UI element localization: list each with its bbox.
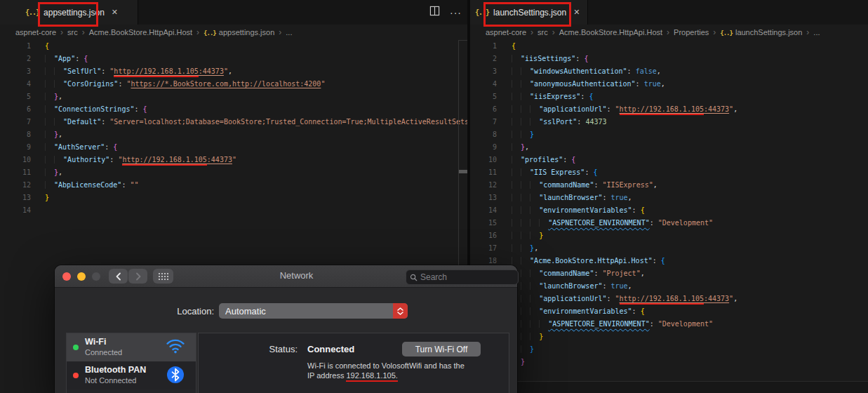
back-button[interactable] — [109, 269, 128, 284]
code-line[interactable]: 10 "profiles": { — [470, 154, 868, 166]
code-line[interactable]: 2 "iisSettings": { — [470, 53, 868, 65]
code-line[interactable]: 25 } — [470, 343, 868, 356]
code-line[interactable]: 3 "windowsAuthentication": false, — [470, 65, 868, 78]
line-number: 14 — [470, 204, 497, 217]
status-dot-red — [73, 373, 79, 378]
code-line[interactable]: 12 "AbpLicenseCode": "" — [0, 179, 467, 192]
breadcrumb-item[interactable]: ... — [286, 28, 292, 36]
forward-button[interactable] — [128, 269, 147, 284]
line-number: 1 — [0, 40, 31, 53]
code-line[interactable]: 14 "environmentVariables": { — [470, 204, 868, 217]
code-line[interactable]: 17 }, — [470, 242, 868, 255]
breadcrumb-item[interactable]: src — [538, 28, 548, 36]
line-number: 1 — [470, 40, 497, 53]
location-dropdown[interactable]: Automatic — [219, 303, 408, 319]
code-line[interactable]: 8 } — [470, 128, 868, 141]
code-text: "IIS Express": { — [512, 166, 597, 179]
code-text: }, — [45, 128, 62, 141]
close-icon[interactable]: ✕ — [112, 8, 118, 17]
code-line[interactable]: 11 }, — [0, 166, 467, 179]
code-line[interactable]: 2 "App": { — [0, 53, 467, 65]
close-traffic-light[interactable] — [62, 272, 71, 281]
code-line[interactable]: 16 } — [470, 229, 868, 242]
code-line[interactable]: 18 "Acme.BookStore.HttpApi.Host": { — [470, 255, 868, 267]
search-input[interactable]: Search — [406, 269, 519, 285]
service-name: Bluetooth PAN — [85, 365, 146, 375]
breadcrumb-item[interactable]: src — [67, 28, 78, 36]
code-line[interactable]: 13 "launchBrowser": true, — [470, 192, 868, 204]
code-line[interactable]: 15 "ASPNETCORE_ENVIRONMENT": "Developmen… — [470, 217, 868, 229]
code-line[interactable]: 26 } — [470, 356, 868, 368]
search-placeholder: Search — [420, 272, 447, 282]
code-line[interactable]: 1{ — [0, 40, 467, 53]
line-number: 12 — [0, 179, 31, 192]
breadcrumb-item[interactable]: ... — [813, 28, 820, 36]
search-icon — [410, 274, 418, 281]
line-number: 8 — [470, 128, 497, 141]
code-line[interactable]: 9 }, — [470, 141, 868, 154]
code-line[interactable]: 4 "CorsOrigins": "https://*.BookStore.co… — [0, 78, 467, 91]
code-line[interactable]: 23 "ASPNETCORE_ENVIRONMENT": "Developmen… — [470, 318, 868, 331]
line-number: 14 — [0, 204, 31, 217]
code-text: }, — [45, 166, 62, 179]
code-line[interactable]: 4 "anonymousAuthentication": true, — [470, 78, 868, 91]
line-number: 4 — [0, 78, 31, 91]
breadcrumb-item[interactable]: aspnet-core — [486, 28, 526, 36]
breadcrumb-item[interactable]: {..}launchSettings.json — [720, 28, 802, 36]
zoom-traffic-light[interactable] — [92, 272, 100, 281]
breadcrumb-item[interactable]: Acme.BookStore.HttpApi.Host — [559, 28, 662, 36]
turn-wifi-off-button[interactable]: Turn Wi-Fi Off — [402, 342, 481, 357]
service-row-wifi[interactable]: Wi-Fi Connected — [67, 333, 196, 361]
code-line[interactable]: 13} — [0, 192, 467, 204]
code-line[interactable]: 7 "sslPort": 44373 — [470, 116, 868, 128]
code-line[interactable]: 24 } — [470, 331, 868, 343]
code-line[interactable]: 22 "environmentVariables": { — [470, 305, 868, 318]
more-actions-icon[interactable]: ··· — [450, 7, 462, 18]
code-line[interactable]: 12 "commandName": "IISExpress", — [470, 179, 868, 192]
code-line[interactable]: 8 }, — [0, 128, 467, 141]
breadcrumb-item[interactable]: aspnet-core — [15, 28, 56, 36]
code-line[interactable]: 7 "Default": "Server=localhost;Database=… — [0, 116, 467, 128]
code-text: "commandName": "IISExpress", — [512, 179, 657, 192]
code-line[interactable]: 6 "applicationUrl": "http://192.168.1.10… — [470, 103, 868, 116]
code-text: "ConnectionStrings": { — [45, 103, 147, 116]
close-icon[interactable]: ✕ — [573, 8, 580, 17]
code-text: "AuthServer": { — [45, 141, 117, 154]
titlebar[interactable]: Network Search — [55, 265, 517, 288]
status-dot-green — [73, 345, 79, 350]
code-line[interactable]: 20 "launchBrowser": true, — [470, 280, 868, 293]
line-number: 13 — [470, 192, 497, 204]
code-text: "launchBrowser": true, — [512, 280, 632, 293]
line-number: 9 — [0, 141, 31, 154]
line-number: 11 — [0, 166, 31, 179]
code-text: }, — [45, 91, 62, 103]
line-number: 13 — [0, 192, 31, 204]
code-line[interactable]: 6 "ConnectionStrings": { — [0, 103, 467, 116]
breadcrumb-item[interactable]: {..}appsettings.json — [203, 28, 274, 36]
code-line[interactable]: 14 — [0, 204, 467, 217]
code-line[interactable]: 19 "commandName": "Project", — [470, 267, 868, 280]
editor-code-area-right[interactable]: 1{2 "iisSettings": {3 "windowsAuthentica… — [470, 40, 868, 393]
code-line[interactable]: 21 "applicationUrl": "http://192.168.1.1… — [470, 293, 868, 305]
breadcrumb-right: aspnet-core›src›Acme.BookStore.HttpApi.H… — [470, 25, 868, 40]
breadcrumb-item[interactable]: Properties — [674, 28, 709, 36]
code-text: "App": { — [45, 53, 88, 65]
minimize-traffic-light[interactable] — [77, 272, 86, 281]
line-number: 2 — [470, 53, 497, 65]
breadcrumb-item[interactable]: Acme.BookStore.HttpApi.Host — [89, 28, 192, 36]
line-number: 2 — [0, 53, 31, 65]
code-text: "profiles": { — [512, 154, 575, 166]
split-editor-icon[interactable] — [429, 6, 440, 19]
code-line[interactable]: 11 "IIS Express": { — [470, 166, 868, 179]
annotation-box-launchsettings — [483, 2, 571, 27]
service-row-bluetooth[interactable]: Bluetooth PAN Not Connected — [67, 361, 196, 389]
breadcrumb-separator: › — [279, 27, 281, 37]
code-line[interactable]: 5 }, — [0, 91, 467, 103]
code-line[interactable]: 5 "iisExpress": { — [470, 91, 868, 103]
code-line[interactable]: 9 "AuthServer": { — [0, 141, 467, 154]
code-line[interactable]: 10 "Authority": "http://192.168.1.105:44… — [0, 154, 467, 166]
connection-description: Wi-Fi is connected to VolosoftWifi and h… — [307, 361, 497, 380]
code-line[interactable]: 3 "SelfUrl": "http://192.168.1.105:44373… — [0, 65, 467, 78]
show-all-grid-icon[interactable] — [153, 269, 173, 284]
code-line[interactable]: 1{ — [470, 40, 868, 53]
